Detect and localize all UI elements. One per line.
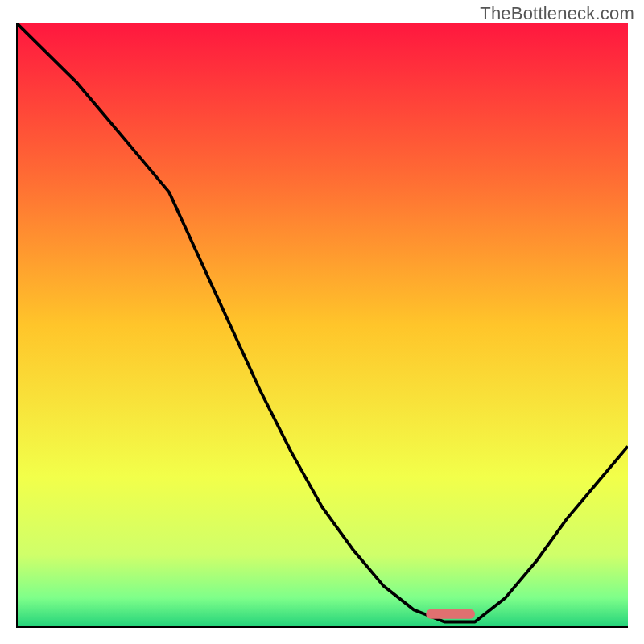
- watermark-text: TheBottleneck.com: [480, 3, 634, 24]
- plot-area: [16, 23, 628, 628]
- marker-bar: [426, 609, 475, 619]
- chart-svg: [16, 23, 628, 628]
- chart-background: [16, 23, 628, 628]
- chart-container: TheBottleneck.com: [0, 0, 644, 644]
